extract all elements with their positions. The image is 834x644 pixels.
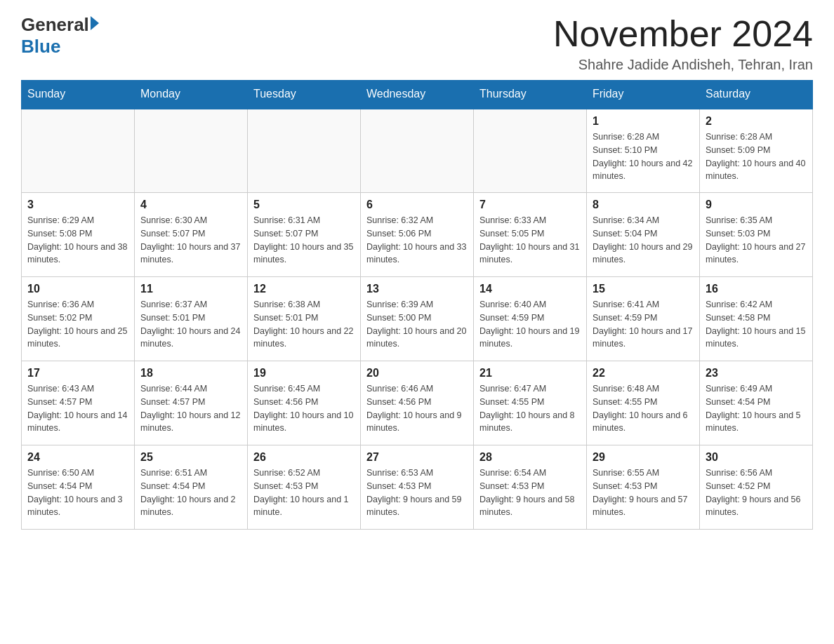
weekday-header-row: SundayMondayTuesdayWednesdayThursdayFrid…: [22, 81, 813, 109]
weekday-header-friday: Friday: [587, 81, 700, 109]
day-info: Sunrise: 6:44 AMSunset: 4:57 PMDaylight:…: [140, 382, 241, 435]
day-info: Sunrise: 6:34 AMSunset: 5:04 PMDaylight:…: [593, 214, 694, 267]
calendar-cell: 19Sunrise: 6:45 AMSunset: 4:56 PMDayligh…: [248, 361, 361, 445]
day-number: 21: [479, 367, 581, 380]
day-number: 7: [479, 199, 581, 211]
calendar-cell: 16Sunrise: 6:42 AMSunset: 4:58 PMDayligh…: [700, 277, 813, 361]
calendar-cell: 27Sunrise: 6:53 AMSunset: 4:53 PMDayligh…: [361, 445, 474, 530]
calendar-cell: 22Sunrise: 6:48 AMSunset: 4:55 PMDayligh…: [587, 361, 700, 445]
day-info: Sunrise: 6:30 AMSunset: 5:07 PMDaylight:…: [140, 214, 241, 267]
day-number: 2: [706, 115, 807, 128]
day-number: 5: [253, 199, 355, 211]
calendar-cell: 8Sunrise: 6:34 AMSunset: 5:04 PMDaylight…: [587, 193, 700, 277]
day-info: Sunrise: 6:53 AMSunset: 4:53 PMDaylight:…: [366, 467, 468, 519]
day-number: 19: [253, 367, 355, 380]
weekday-header-wednesday: Wednesday: [361, 81, 474, 109]
calendar-cell: 18Sunrise: 6:44 AMSunset: 4:57 PMDayligh…: [135, 361, 248, 445]
day-info: Sunrise: 6:54 AMSunset: 4:53 PMDaylight:…: [479, 467, 581, 519]
day-info: Sunrise: 6:45 AMSunset: 4:56 PMDaylight:…: [253, 382, 355, 435]
day-info: Sunrise: 6:52 AMSunset: 4:53 PMDaylight:…: [253, 467, 355, 519]
day-number: 3: [27, 199, 128, 211]
calendar-cell: 3Sunrise: 6:29 AMSunset: 5:08 PMDaylight…: [22, 193, 135, 277]
calendar-cell: 9Sunrise: 6:35 AMSunset: 5:03 PMDaylight…: [700, 193, 813, 277]
calendar-cell: [22, 109, 135, 193]
day-info: Sunrise: 6:28 AMSunset: 5:10 PMDaylight:…: [593, 130, 694, 183]
day-number: 13: [366, 283, 468, 295]
day-number: 15: [593, 283, 694, 295]
calendar-cell: 4Sunrise: 6:30 AMSunset: 5:07 PMDaylight…: [135, 193, 248, 277]
day-info: Sunrise: 6:36 AMSunset: 5:02 PMDaylight:…: [27, 298, 128, 351]
calendar-cell: 21Sunrise: 6:47 AMSunset: 4:55 PMDayligh…: [474, 361, 587, 445]
day-info: Sunrise: 6:48 AMSunset: 4:55 PMDaylight:…: [593, 382, 694, 435]
day-info: Sunrise: 6:55 AMSunset: 4:53 PMDaylight:…: [593, 467, 694, 519]
day-info: Sunrise: 6:46 AMSunset: 4:56 PMDaylight:…: [366, 382, 468, 435]
calendar-cell: 24Sunrise: 6:50 AMSunset: 4:54 PMDayligh…: [22, 445, 135, 530]
calendar-cell: 2Sunrise: 6:28 AMSunset: 5:09 PMDaylight…: [700, 109, 813, 193]
month-title: November 2024: [553, 14, 813, 54]
day-number: 24: [27, 451, 128, 464]
calendar-week-row: 3Sunrise: 6:29 AMSunset: 5:08 PMDaylight…: [22, 193, 813, 277]
calendar-cell: 23Sunrise: 6:49 AMSunset: 4:54 PMDayligh…: [700, 361, 813, 445]
day-number: 6: [366, 199, 468, 211]
weekday-header-tuesday: Tuesday: [248, 81, 361, 109]
day-info: Sunrise: 6:47 AMSunset: 4:55 PMDaylight:…: [479, 382, 581, 435]
day-number: 1: [593, 115, 694, 128]
weekday-header-thursday: Thursday: [474, 81, 587, 109]
calendar-week-row: 1Sunrise: 6:28 AMSunset: 5:10 PMDaylight…: [22, 109, 813, 193]
calendar-cell: 12Sunrise: 6:38 AMSunset: 5:01 PMDayligh…: [248, 277, 361, 361]
logo-general-text: General: [21, 14, 89, 36]
day-info: Sunrise: 6:51 AMSunset: 4:54 PMDaylight:…: [140, 467, 241, 519]
calendar-cell: 1Sunrise: 6:28 AMSunset: 5:10 PMDaylight…: [587, 109, 700, 193]
day-number: 4: [140, 199, 241, 211]
day-number: 17: [27, 367, 128, 380]
day-number: 26: [253, 451, 355, 464]
location-subtitle: Shahre Jadide Andisheh, Tehran, Iran: [553, 57, 813, 73]
calendar-cell: [474, 109, 587, 193]
day-number: 8: [593, 199, 694, 211]
calendar-cell: 25Sunrise: 6:51 AMSunset: 4:54 PMDayligh…: [135, 445, 248, 530]
day-number: 10: [27, 283, 128, 295]
calendar-cell: 6Sunrise: 6:32 AMSunset: 5:06 PMDaylight…: [361, 193, 474, 277]
calendar-cell: 10Sunrise: 6:36 AMSunset: 5:02 PMDayligh…: [22, 277, 135, 361]
day-info: Sunrise: 6:41 AMSunset: 4:59 PMDaylight:…: [593, 298, 694, 351]
calendar-cell: 17Sunrise: 6:43 AMSunset: 4:57 PMDayligh…: [22, 361, 135, 445]
day-number: 14: [479, 283, 581, 295]
day-info: Sunrise: 6:33 AMSunset: 5:05 PMDaylight:…: [479, 214, 581, 267]
calendar-week-row: 17Sunrise: 6:43 AMSunset: 4:57 PMDayligh…: [22, 361, 813, 445]
day-info: Sunrise: 6:38 AMSunset: 5:01 PMDaylight:…: [253, 298, 355, 351]
day-info: Sunrise: 6:50 AMSunset: 4:54 PMDaylight:…: [27, 467, 128, 519]
day-number: 9: [706, 199, 807, 211]
day-info: Sunrise: 6:37 AMSunset: 5:01 PMDaylight:…: [140, 298, 241, 351]
page-header: General Blue November 2024 Shahre Jadide…: [21, 14, 813, 73]
day-info: Sunrise: 6:49 AMSunset: 4:54 PMDaylight:…: [706, 382, 807, 435]
day-number: 27: [366, 451, 468, 464]
day-info: Sunrise: 6:35 AMSunset: 5:03 PMDaylight:…: [706, 214, 807, 267]
day-number: 11: [140, 283, 241, 295]
day-number: 18: [140, 367, 241, 380]
calendar-cell: 26Sunrise: 6:52 AMSunset: 4:53 PMDayligh…: [248, 445, 361, 530]
day-info: Sunrise: 6:42 AMSunset: 4:58 PMDaylight:…: [706, 298, 807, 351]
logo-blue-text: Blue: [21, 36, 60, 58]
day-number: 22: [593, 367, 694, 380]
day-number: 28: [479, 451, 581, 464]
calendar-week-row: 10Sunrise: 6:36 AMSunset: 5:02 PMDayligh…: [22, 277, 813, 361]
calendar-cell: 20Sunrise: 6:46 AMSunset: 4:56 PMDayligh…: [361, 361, 474, 445]
calendar-week-row: 24Sunrise: 6:50 AMSunset: 4:54 PMDayligh…: [22, 445, 813, 530]
calendar-cell: [135, 109, 248, 193]
calendar-cell: 7Sunrise: 6:33 AMSunset: 5:05 PMDaylight…: [474, 193, 587, 277]
calendar-table: SundayMondayTuesdayWednesdayThursdayFrid…: [21, 80, 813, 530]
day-info: Sunrise: 6:31 AMSunset: 5:07 PMDaylight:…: [253, 214, 355, 267]
calendar-cell: 15Sunrise: 6:41 AMSunset: 4:59 PMDayligh…: [587, 277, 700, 361]
day-info: Sunrise: 6:40 AMSunset: 4:59 PMDaylight:…: [479, 298, 581, 351]
calendar-cell: 30Sunrise: 6:56 AMSunset: 4:52 PMDayligh…: [700, 445, 813, 530]
day-info: Sunrise: 6:28 AMSunset: 5:09 PMDaylight:…: [706, 130, 807, 183]
calendar-cell: 11Sunrise: 6:37 AMSunset: 5:01 PMDayligh…: [135, 277, 248, 361]
day-info: Sunrise: 6:32 AMSunset: 5:06 PMDaylight:…: [366, 214, 468, 267]
calendar-cell: 28Sunrise: 6:54 AMSunset: 4:53 PMDayligh…: [474, 445, 587, 530]
day-number: 16: [706, 283, 807, 295]
day-number: 12: [253, 283, 355, 295]
calendar-cell: 14Sunrise: 6:40 AMSunset: 4:59 PMDayligh…: [474, 277, 587, 361]
weekday-header-sunday: Sunday: [22, 81, 135, 109]
calendar-cell: [361, 109, 474, 193]
calendar-cell: [248, 109, 361, 193]
